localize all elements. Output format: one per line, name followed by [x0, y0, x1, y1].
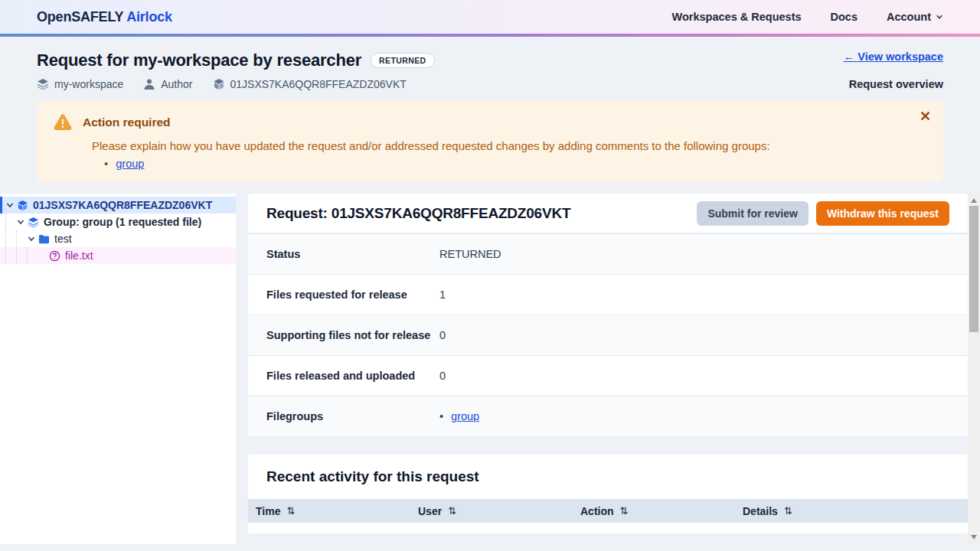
request-id-meta: 01JSXS7KA6QQR8FFEAZDZ06VKT: [213, 78, 407, 90]
tree-indent-guide: [27, 247, 38, 264]
page-header: Request for my-workspace by researcher R…: [0, 37, 980, 90]
author-meta: Author: [143, 78, 192, 90]
detail-row-files-requested: Files requested for release 1: [248, 274, 968, 315]
alert-group-item: • group: [104, 157, 928, 170]
activity-table-header: Time ⇅ User ⇅ Action ⇅ Details ⇅: [248, 499, 968, 523]
view-workspace-link[interactable]: ← View workspace: [844, 51, 943, 63]
scrollbar-thumb[interactable]: [969, 206, 978, 332]
tree-indent-guide: [16, 247, 27, 264]
request-id: 01JSXS7KA6QQR8FFEAZDZ06VKT: [230, 78, 407, 90]
detail-value: 0: [439, 370, 446, 382]
recent-activity-heading: Recent activity for this request: [266, 468, 479, 484]
request-details-card: Request: 01JSXS7KA6QQR8FFEAZDZ06VKT Subm…: [248, 194, 968, 436]
content-area: 01JSXS7KA6QQR8FFEAZDZ06VKT Group: group …: [0, 194, 980, 544]
tree-item-group[interactable]: Group: group (1 requested file): [0, 214, 236, 230]
close-icon[interactable]: ✕: [920, 109, 931, 123]
request-overview-label: Request overview: [849, 78, 943, 90]
activity-table-row-partial: [248, 523, 968, 533]
tree-indent-guide: [16, 230, 27, 247]
nav-links: Workspaces & Requests Docs Account: [672, 11, 943, 23]
tree-item-folder-test[interactable]: test: [0, 230, 236, 247]
workspace-name: my-workspace: [54, 78, 123, 90]
tree-item-label: file.txt: [65, 249, 93, 262]
column-header-action[interactable]: Action ⇅: [573, 505, 735, 517]
submit-for-review-button[interactable]: Submit for review: [697, 201, 808, 226]
sort-icon[interactable]: ⇅: [784, 505, 792, 517]
author-label: Author: [161, 78, 192, 90]
brand-primary: OpenSAFELY: [37, 9, 123, 24]
column-label: User: [418, 505, 442, 517]
sort-icon[interactable]: ⇅: [448, 505, 456, 517]
detail-label: Supporting files not for release: [266, 329, 439, 341]
tree-item-request[interactable]: 01JSXS7KA6QQR8FFEAZDZ06VKT: [0, 197, 236, 214]
tree-indent-guide: [5, 230, 16, 247]
column-header-time[interactable]: Time ⇅: [248, 505, 410, 517]
tree-item-label: Group: group (1 requested file): [44, 216, 201, 228]
chevron-down-icon[interactable]: [16, 217, 25, 227]
layers-icon: [37, 78, 49, 90]
layers-icon: [28, 217, 39, 228]
chevron-down-icon: [936, 13, 943, 21]
detail-value: 0: [439, 329, 446, 341]
status-badge: RETURNED: [371, 53, 435, 69]
chevron-down-icon[interactable]: [27, 234, 36, 243]
recent-activity-card: Recent activity for this request Time ⇅ …: [248, 455, 968, 533]
tree-item-label: test: [54, 233, 72, 245]
page-title: Request for my-workspace by researcher: [37, 51, 361, 70]
tree-item-file-txt[interactable]: file.txt: [0, 247, 236, 264]
sort-icon[interactable]: ⇅: [620, 505, 629, 517]
detail-label: Status: [266, 248, 439, 260]
detail-value: 1: [439, 289, 446, 301]
cube-icon: [17, 200, 28, 211]
nav-workspaces-requests[interactable]: Workspaces & Requests: [672, 11, 802, 23]
alert-message: Please explain how you have updated the …: [92, 139, 928, 152]
detail-row-supporting-files: Supporting files not for release 0: [248, 315, 968, 355]
tree-indent-guide: [5, 214, 16, 230]
user-icon: [143, 78, 155, 90]
cube-icon: [213, 78, 225, 90]
filegroup-link[interactable]: group: [451, 410, 479, 422]
request-heading: Request: 01JSXS7KA6QQR8FFEAZDZ06VKT: [266, 205, 570, 222]
column-label: Time: [256, 505, 280, 517]
detail-row-files-released: Files released and uploaded 0: [248, 355, 968, 396]
nav-account-label: Account: [887, 11, 931, 23]
withdraw-request-button[interactable]: Withdraw this request: [816, 201, 949, 226]
main-panel: Request: 01JSXS7KA6QQR8FFEAZDZ06VKT Subm…: [248, 194, 968, 544]
action-required-alert: Action required Please explain how you h…: [37, 100, 943, 182]
folder-icon: [38, 233, 50, 245]
detail-label: Files requested for release: [266, 289, 439, 301]
detail-label: Filegroups: [266, 410, 439, 422]
detail-value: RETURNED: [439, 248, 501, 260]
top-navbar: OpenSAFELY Airlock Workspaces & Requests…: [0, 0, 980, 34]
detail-label: Files released and uploaded: [266, 370, 439, 382]
tree-indent-guide: [5, 247, 16, 264]
bullet-icon: •: [439, 410, 443, 422]
brand-logo[interactable]: OpenSAFELY Airlock: [37, 9, 172, 25]
alert-title: Action required: [83, 116, 171, 129]
column-label: Action: [580, 505, 614, 517]
tree-item-label: 01JSXS7KA6QQR8FFEAZDZ06VKT: [33, 199, 212, 211]
nav-account-menu[interactable]: Account: [887, 11, 943, 23]
column-label: Details: [743, 505, 778, 517]
help-circle-icon: [49, 250, 60, 262]
column-header-details[interactable]: Details ⇅: [735, 505, 968, 517]
workspace-meta: my-workspace: [37, 78, 123, 90]
detail-row-status: Status RETURNED: [248, 233, 968, 274]
file-tree-panel: 01JSXS7KA6QQR8FFEAZDZ06VKT Group: group …: [0, 194, 236, 544]
alert-group-link[interactable]: group: [116, 158, 144, 170]
scroll-up-arrow-icon[interactable]: [971, 198, 977, 203]
vertical-scrollbar[interactable]: [968, 194, 980, 544]
chevron-down-icon[interactable]: [5, 201, 15, 210]
bullet-icon: •: [104, 157, 108, 170]
warning-triangle-icon: [52, 112, 74, 133]
nav-docs[interactable]: Docs: [831, 11, 858, 23]
scroll-down-arrow-icon[interactable]: [971, 535, 977, 540]
brand-secondary: Airlock: [126, 9, 172, 24]
sort-icon[interactable]: ⇅: [286, 505, 295, 517]
column-header-user[interactable]: User ⇅: [410, 505, 573, 517]
detail-row-filegroups: Filegroups • group: [248, 396, 968, 436]
